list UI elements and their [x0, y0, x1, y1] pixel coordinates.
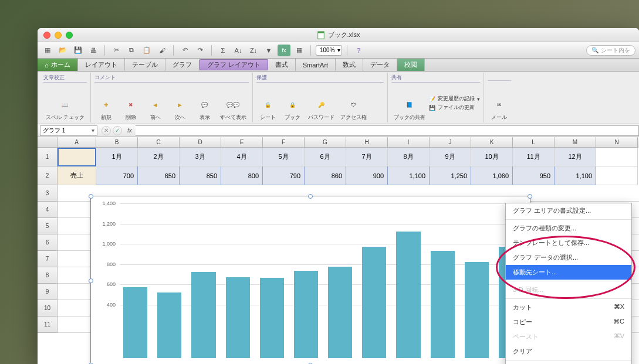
tab-chart-layout[interactable]: グラフ レイアウト: [200, 59, 268, 70]
tab-chart[interactable]: グラフ: [165, 59, 200, 71]
chart-bar[interactable]: [431, 251, 455, 358]
chart-bar[interactable]: [191, 272, 215, 358]
share-book-button[interactable]: 📘ブックの共有: [391, 84, 428, 123]
menu-format-chart[interactable]: グラフ エリアの書式設定...: [506, 203, 631, 218]
tab-layout[interactable]: レイアウト: [78, 59, 125, 71]
update-file-button[interactable]: 💾 ファイルの更新: [429, 104, 480, 111]
chart-bar[interactable]: [328, 267, 352, 358]
fx-icon[interactable]: fx: [278, 45, 290, 56]
print-icon[interactable]: 🖶: [87, 45, 100, 56]
row-header[interactable]: 6: [38, 234, 58, 251]
password-button[interactable]: 🔑パスワード: [306, 84, 337, 123]
cell[interactable]: 4月: [221, 148, 263, 166]
help-icon[interactable]: ?: [352, 45, 365, 56]
access-button[interactable]: 🛡アクセス権: [338, 84, 369, 123]
chart-object[interactable]: 4006008001,0001,2001,400: [90, 196, 530, 364]
cell[interactable]: 1,100: [555, 166, 596, 185]
row-header[interactable]: 3: [38, 185, 58, 202]
menu-select-data[interactable]: グラフ データの選択...: [506, 250, 631, 265]
row-header[interactable]: 2: [38, 166, 58, 185]
protect-book-button[interactable]: 🔒ブック: [281, 84, 305, 123]
col-header[interactable]: G: [305, 137, 346, 148]
col-header[interactable]: N: [596, 137, 638, 148]
cancel-formula-icon[interactable]: ✕: [102, 126, 111, 135]
menu-save-template[interactable]: テンプレートとして保存...: [506, 236, 631, 250]
row-header[interactable]: 7: [38, 251, 58, 267]
cell[interactable]: 3月: [180, 148, 221, 166]
next-comment-button[interactable]: ▶次へ: [168, 84, 192, 123]
cell[interactable]: 1月: [96, 148, 138, 166]
cell[interactable]: 900: [346, 166, 388, 185]
prev-comment-button[interactable]: ◀前へ: [144, 84, 167, 123]
name-box[interactable]: グラフ 1▾: [40, 125, 97, 136]
copy-icon[interactable]: ⧉: [125, 45, 138, 56]
row-header[interactable]: 11: [38, 317, 58, 333]
minimize-window-button[interactable]: [55, 32, 62, 39]
tab-format[interactable]: 書式: [268, 59, 296, 71]
cell[interactable]: 12月: [555, 148, 596, 166]
tab-review[interactable]: 校閲: [397, 59, 425, 71]
showall-comments-button[interactable]: 💬💬すべて表示: [218, 84, 249, 123]
col-header[interactable]: D: [180, 137, 221, 148]
col-header[interactable]: C: [138, 137, 180, 148]
cell[interactable]: 650: [138, 166, 180, 185]
row-header[interactable]: 1: [38, 148, 58, 166]
new-file-icon[interactable]: ▦: [41, 45, 54, 56]
cell[interactable]: 7月: [346, 148, 388, 166]
accept-formula-icon[interactable]: ✓: [113, 126, 122, 135]
col-header[interactable]: K: [471, 137, 513, 148]
spellcheck-button[interactable]: 📖スペル チェック: [43, 84, 87, 123]
select-all-corner[interactable]: [38, 137, 58, 148]
cell[interactable]: 860: [305, 166, 346, 185]
cell[interactable]: 800: [221, 166, 263, 185]
col-header[interactable]: E: [221, 137, 263, 148]
tab-home[interactable]: ホーム: [38, 59, 78, 71]
cell[interactable]: 10月: [471, 148, 513, 166]
menu-move-chart[interactable]: 移動先シート...: [506, 265, 631, 280]
autosum-icon[interactable]: Σ: [217, 45, 229, 56]
menu-save-as-image[interactable]: 図として保存...: [506, 362, 631, 364]
menu-clear[interactable]: クリア: [506, 344, 631, 359]
menu-cut[interactable]: カット⌘X: [506, 300, 631, 315]
fx-label[interactable]: fx: [124, 127, 136, 134]
cell[interactable]: [596, 166, 638, 185]
cell[interactable]: 790: [263, 166, 305, 185]
col-header[interactable]: J: [430, 137, 471, 148]
cell[interactable]: 8月: [388, 148, 430, 166]
zoom-select[interactable]: 100%▾: [316, 45, 342, 56]
show-comment-button[interactable]: 💬表示: [193, 84, 217, 123]
new-comment-button[interactable]: ✚新規: [94, 84, 118, 123]
track-changes-button[interactable]: 📝 変更履歴の記録 ▾: [429, 95, 480, 103]
cell[interactable]: 1,100: [388, 166, 430, 185]
chart-bar[interactable]: [226, 277, 250, 358]
chart-bar[interactable]: [260, 278, 284, 358]
row-header[interactable]: 8: [38, 267, 58, 284]
chart-bar[interactable]: [396, 232, 420, 358]
cell[interactable]: 1,060: [471, 166, 513, 185]
col-header[interactable]: F: [263, 137, 305, 148]
row-header[interactable]: 10: [38, 300, 58, 317]
redo-icon[interactable]: ↷: [194, 45, 207, 56]
chart-bar[interactable]: [294, 271, 318, 358]
cut-icon[interactable]: ✂: [110, 45, 123, 56]
show-formulas-icon[interactable]: ▦: [293, 45, 306, 56]
cell[interactable]: 950: [513, 166, 555, 185]
cell[interactable]: 850: [180, 166, 221, 185]
cell[interactable]: 5月: [263, 148, 305, 166]
cell[interactable]: 700: [96, 166, 138, 185]
protect-sheet-button[interactable]: 🔒シート: [256, 84, 280, 123]
paste-icon[interactable]: 📋: [140, 45, 153, 56]
cell[interactable]: 2月: [138, 148, 180, 166]
col-header[interactable]: B: [96, 137, 138, 148]
col-header[interactable]: H: [346, 137, 388, 148]
tab-data[interactable]: データ: [363, 59, 397, 71]
search-input[interactable]: 🔍シート内を: [586, 45, 635, 56]
save-icon[interactable]: 💾: [72, 45, 84, 56]
col-header[interactable]: M: [555, 137, 596, 148]
sort-desc-icon[interactable]: Z↓: [247, 45, 260, 56]
cell[interactable]: 6月: [305, 148, 346, 166]
close-window-button[interactable]: [43, 32, 50, 39]
row-header[interactable]: 9: [38, 284, 58, 300]
delete-comment-button[interactable]: ✖削除: [119, 84, 143, 123]
row-header[interactable]: 4: [38, 202, 58, 218]
